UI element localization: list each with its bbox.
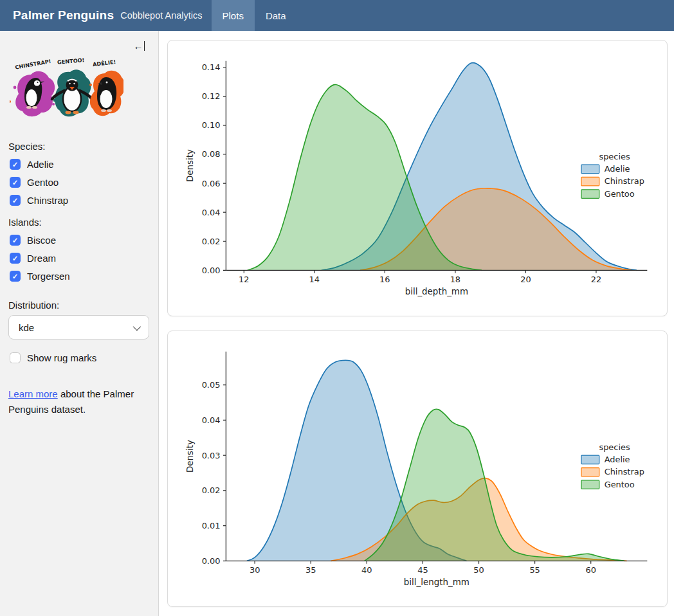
svg-text:30: 30 <box>250 565 260 575</box>
species-checkbox-row-gentoo[interactable]: ✓Gentoo <box>10 177 149 188</box>
islands-checkbox-biscoe[interactable]: ✓ <box>10 235 21 246</box>
sidebar-collapse-button[interactable]: ← <box>134 40 145 51</box>
svg-text:species: species <box>599 152 630 161</box>
species-checkbox-chinstrap[interactable]: ✓ <box>10 195 21 206</box>
islands-checkbox-group: ✓Biscoe✓Dream✓Torgersen <box>8 235 150 282</box>
penguin-artwork: CHINSTRAP! GENTOO! ADÉLIE! <box>10 55 150 130</box>
species-checkbox-adelie[interactable]: ✓ <box>10 159 21 170</box>
species-label-gentoo: Gentoo <box>27 177 59 188</box>
svg-text:14: 14 <box>309 275 320 284</box>
svg-text:0.04: 0.04 <box>202 208 221 217</box>
show-rug-marks-label: Show rug marks <box>27 352 96 363</box>
svg-text:bill_depth_mm: bill_depth_mm <box>405 287 468 296</box>
svg-text:0.12: 0.12 <box>202 91 221 101</box>
svg-text:20: 20 <box>520 275 531 284</box>
svg-text:0.01: 0.01 <box>202 521 221 530</box>
islands-header: Islands: <box>8 217 150 228</box>
svg-text:Chinstrap: Chinstrap <box>605 176 644 186</box>
svg-text:50: 50 <box>473 565 484 575</box>
islands-label-torgersen: Torgersen <box>27 271 70 282</box>
bill-depth-density-plot: 1214161820220.000.020.040.060.080.100.12… <box>168 41 667 316</box>
species-checkbox-group: ✓Adelie✓Gentoo✓Chinstrap <box>8 159 150 206</box>
islands-checkbox-dream[interactable]: ✓ <box>10 253 21 264</box>
svg-text:40: 40 <box>361 565 372 575</box>
svg-text:18: 18 <box>450 275 460 284</box>
islands-checkbox-row-biscoe[interactable]: ✓Biscoe <box>10 235 149 246</box>
card-bill-depth: 1214161820220.000.020.040.060.080.100.12… <box>167 40 668 316</box>
islands-checkbox-row-torgersen[interactable]: ✓Torgersen <box>10 271 149 282</box>
learn-more-link[interactable]: Learn more <box>8 388 58 399</box>
main-content: 1214161820220.000.020.040.060.080.100.12… <box>159 31 674 616</box>
islands-label-dream: Dream <box>27 253 56 264</box>
adelie-label: ADÉLIE! <box>92 58 116 68</box>
svg-text:45: 45 <box>417 565 428 575</box>
arrow-to-left-icon: ← <box>134 41 143 51</box>
svg-text:Adelie: Adelie <box>605 164 630 174</box>
chinstrap-splash <box>14 71 55 116</box>
distribution-select-value: kde <box>19 322 34 333</box>
svg-text:bill_length_mm: bill_length_mm <box>404 577 469 587</box>
svg-text:Chinstrap: Chinstrap <box>605 467 644 476</box>
app-title: Palmer Penguins <box>13 8 114 23</box>
svg-text:0.10: 0.10 <box>202 120 221 130</box>
card-bill-length: 303540455055600.000.010.020.030.040.05bi… <box>167 331 668 607</box>
bill-length-density-plot: 303540455055600.000.010.020.030.040.05bi… <box>168 331 667 606</box>
navbar: Palmer Penguins Cobblepot Analytics Plot… <box>0 0 674 31</box>
islands-checkbox-row-dream[interactable]: ✓Dream <box>10 253 149 264</box>
svg-text:0.14: 0.14 <box>202 62 221 72</box>
navbar-brand: Palmer Penguins Cobblepot Analytics <box>0 0 203 31</box>
svg-text:Gentoo: Gentoo <box>605 189 635 199</box>
svg-text:0.02: 0.02 <box>202 237 221 246</box>
svg-text:0.03: 0.03 <box>202 451 221 460</box>
svg-text:Gentoo: Gentoo <box>605 480 635 489</box>
svg-text:0.05: 0.05 <box>202 380 221 390</box>
gentoo-splash <box>52 69 92 116</box>
svg-text:0.04: 0.04 <box>202 415 221 425</box>
app-subtitle: Cobblepot Analytics <box>120 10 202 21</box>
svg-text:Adelie: Adelie <box>605 455 630 464</box>
svg-text:0.00: 0.00 <box>202 556 221 566</box>
show-rug-marks-checkbox-row[interactable]: Show rug marks <box>10 352 149 363</box>
islands-checkbox-torgersen[interactable]: ✓ <box>10 271 21 282</box>
species-header: Species: <box>8 141 150 152</box>
show-rug-marks-checkbox[interactable] <box>10 352 21 363</box>
svg-text:16: 16 <box>379 275 390 284</box>
species-label-adelie: Adelie <box>27 159 54 170</box>
svg-text:0.08: 0.08 <box>202 149 221 159</box>
chevron-down-icon <box>133 322 141 331</box>
species-label-chinstrap: Chinstrap <box>27 195 68 206</box>
svg-text:Density: Density <box>185 440 195 473</box>
svg-text:55: 55 <box>529 565 540 575</box>
learn-more-text: Learn more about the Palmer Penguins dat… <box>8 386 142 417</box>
svg-text:60: 60 <box>585 565 596 575</box>
nav-tabs: PlotsData <box>212 0 297 31</box>
species-checkbox-row-chinstrap[interactable]: ✓Chinstrap <box>10 195 149 206</box>
svg-text:0.00: 0.00 <box>202 266 221 275</box>
chinstrap-label: CHINSTRAP! <box>15 58 52 71</box>
distribution-select[interactable]: kde <box>8 315 149 340</box>
gentoo-label: GENTOO! <box>57 57 85 66</box>
islands-label-biscoe: Biscoe <box>27 235 56 246</box>
svg-text:species: species <box>599 442 630 452</box>
svg-text:Density: Density <box>185 149 195 182</box>
svg-text:12: 12 <box>239 275 249 284</box>
tab-plots[interactable]: Plots <box>212 0 255 31</box>
tab-data[interactable]: Data <box>255 0 297 31</box>
sidebar: ← <box>0 31 159 616</box>
svg-text:0.02: 0.02 <box>202 485 221 495</box>
svg-text:22: 22 <box>591 275 601 284</box>
species-checkbox-row-adelie[interactable]: ✓Adelie <box>10 159 149 170</box>
svg-text:35: 35 <box>305 565 316 575</box>
species-checkbox-gentoo[interactable]: ✓ <box>10 177 21 188</box>
distribution-header: Distribution: <box>8 300 150 311</box>
svg-text:0.06: 0.06 <box>202 179 221 188</box>
